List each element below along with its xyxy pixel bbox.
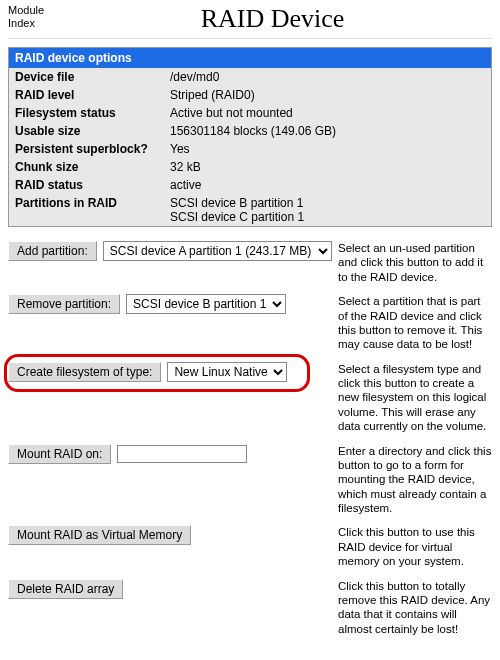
remove-partition-desc: Select a partition that is part of the R… [338,294,492,352]
panel-row-label: Persistent superblock? [15,142,170,156]
panel-row-label: Device file [15,70,170,84]
mount-raid-on-desc: Enter a directory and click this button … [338,444,492,516]
panel-row-value: Striped (RAID0) [170,88,485,102]
create-filesystem-button[interactable]: Create filesystem of type: [8,362,161,382]
create-filesystem-select[interactable]: New Linux Native [167,362,287,382]
page-title: RAID Device [201,4,345,33]
raid-options-panel: RAID device options Device file/dev/md0R… [8,47,492,227]
add-partition-desc: Select an un-used partition and click th… [338,241,492,284]
panel-row-label: Usable size [15,124,170,138]
panel-row: Partitions in RAIDSCSI device B partitio… [9,194,491,226]
panel-row: RAID levelStriped (RAID0) [9,86,491,104]
mount-directory-input[interactable] [117,445,247,463]
panel-row-value: /dev/md0 [170,70,485,84]
panel-row-value: Yes [170,142,485,156]
panel-row: RAID statusactive [9,176,491,194]
panel-row-value: 156301184 blocks (149.06 GB) [170,124,485,138]
panel-heading: RAID device options [9,48,491,68]
mount-raid-on-button[interactable]: Mount RAID on: [8,444,111,464]
delete-raid-desc: Click this button to totally remove this… [338,579,492,637]
panel-row-label: RAID level [15,88,170,102]
panel-row-label: Chunk size [15,160,170,174]
module-index-link[interactable]: Module Index [8,4,53,30]
panel-row-value: 32 kB [170,160,485,174]
mount-raid-vm-button[interactable]: Mount RAID as Virtual Memory [8,525,191,545]
panel-row: Chunk size32 kB [9,158,491,176]
panel-row: Device file/dev/md0 [9,68,491,86]
panel-row-value: active [170,178,485,192]
panel-row-value: SCSI device B partition 1SCSI device C p… [170,196,485,224]
panel-row-label: Filesystem status [15,106,170,120]
panel-row-label: Partitions in RAID [15,196,170,224]
panel-row: Usable size156301184 blocks (149.06 GB) [9,122,491,140]
panel-row: Filesystem statusActive but not mounted [9,104,491,122]
mount-raid-vm-desc: Click this button to use this RAID devic… [338,525,492,568]
add-partition-button[interactable]: Add partition: [8,241,97,261]
create-filesystem-desc: Select a filesystem type and click this … [338,362,492,434]
panel-row-value: Active but not mounted [170,106,485,120]
remove-partition-button[interactable]: Remove partition: [8,294,120,314]
add-partition-select[interactable]: SCSI device A partition 1 (243.17 MB) [103,241,332,261]
remove-partition-select[interactable]: SCSI device B partition 1 [126,294,286,314]
delete-raid-button[interactable]: Delete RAID array [8,579,123,599]
divider [8,38,492,39]
panel-row: Persistent superblock?Yes [9,140,491,158]
panel-row-label: RAID status [15,178,170,192]
